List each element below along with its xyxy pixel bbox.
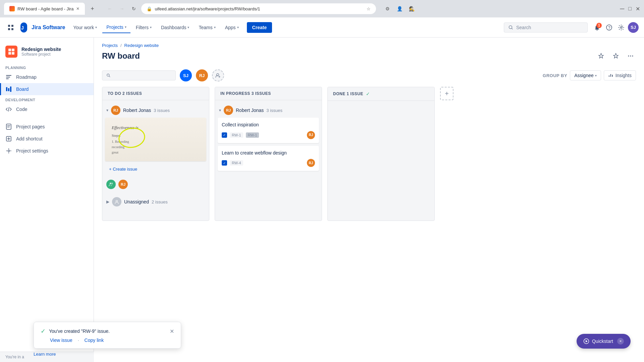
filters-chevron: ▾ xyxy=(150,25,152,29)
card-2-id: RW-4 xyxy=(230,160,243,166)
svg-rect-16 xyxy=(10,86,11,92)
insights-button[interactable]: Insights xyxy=(604,70,636,80)
sidebar-item-roadmap[interactable]: Roadmap xyxy=(0,71,94,83)
address-bar[interactable]: 🔒 uifeed.atlassian.net/jira/software/pro… xyxy=(141,3,376,14)
toast-header: ✓ You've created "RW-9" issue. ✕ xyxy=(41,327,174,335)
filters-nav[interactable]: Filters ▾ xyxy=(132,22,156,33)
unassigned-chevron: ▶ xyxy=(106,199,109,204)
settings-button[interactable] xyxy=(616,22,627,33)
sidebar: Redesign website Software project PLANNI… xyxy=(0,38,94,362)
browser-chrome: RW board - Agile board - Jira ✕ + ← → ↻ … xyxy=(0,0,644,17)
projects-nav[interactable]: Projects ▾ xyxy=(102,22,130,33)
apps-grid-icon[interactable] xyxy=(5,22,16,33)
new-tab-button[interactable]: + xyxy=(88,4,97,13)
teams-nav[interactable]: Teams ▾ xyxy=(195,22,219,33)
create-issue-link[interactable]: + Create issue xyxy=(105,164,206,174)
in-progress-card-2[interactable]: Learn to create webflow design ✓ RW-4 RJ xyxy=(218,146,319,171)
card-2-meta: ✓ RW-4 xyxy=(222,160,243,166)
filter-avatar-rj[interactable]: RJ xyxy=(196,69,208,81)
todo-card-1[interactable]: Effectiveness is Steps: 1. Recordingreco… xyxy=(105,118,206,161)
user-profile-icon[interactable]: 👤 xyxy=(395,4,404,13)
board-icon xyxy=(5,86,12,93)
copy-link-button[interactable]: Copy link xyxy=(85,338,104,343)
sidebar-item-project-pages[interactable]: Project pages xyxy=(0,121,94,133)
board-search[interactable] xyxy=(102,70,176,80)
url-text: uifeed.atlassian.net/jira/software/proje… xyxy=(155,6,260,11)
search-icon xyxy=(508,25,514,30)
dashboards-chevron: ▾ xyxy=(187,25,189,29)
pin-icon[interactable] xyxy=(596,51,606,61)
unassigned-avatar xyxy=(112,197,121,206)
maximize-button[interactable]: □ xyxy=(628,6,632,12)
filter-avatar-sj[interactable]: SJ xyxy=(180,69,192,81)
svg-point-26 xyxy=(111,183,113,184)
board-search-input[interactable] xyxy=(113,73,171,78)
quickstart-icon xyxy=(583,338,589,344)
tab-favicon xyxy=(9,6,15,11)
top-navigation: J Jira Software Your work ▾ Projects ▾ F… xyxy=(0,17,644,38)
sidebar-item-add-shortcut[interactable]: Add shortcut xyxy=(0,133,94,145)
notifications-button[interactable]: 1 xyxy=(592,22,602,33)
group-by-section: GROUP BY Assignee ▾ Insights xyxy=(543,70,636,80)
icon-group-header: RJ xyxy=(105,177,206,192)
toast-close-button[interactable]: ✕ xyxy=(170,328,174,335)
sidebar-item-board[interactable]: Board xyxy=(0,83,94,95)
bookmark-icon[interactable]: ☆ xyxy=(367,6,371,11)
sidebar-item-project-settings[interactable]: Project settings xyxy=(0,145,94,157)
chevron-down-icon: ▾ xyxy=(106,108,108,113)
group-by-dropdown[interactable]: Assignee ▾ xyxy=(570,70,601,80)
user-avatar[interactable]: SJ xyxy=(628,22,639,33)
star-icon[interactable] xyxy=(610,51,621,61)
add-assignee-filter-button[interactable] xyxy=(212,69,224,81)
group-by-label: GROUP BY xyxy=(543,73,567,78)
main-content: Projects / Redesign website RW board xyxy=(94,38,644,362)
refresh-button[interactable]: ↻ xyxy=(129,4,139,13)
add-column-button[interactable]: + xyxy=(440,87,453,100)
svg-rect-13 xyxy=(12,52,14,55)
svg-rect-14 xyxy=(6,87,7,91)
project-pages-icon xyxy=(5,123,12,130)
card-2-footer: ✓ RW-4 RJ xyxy=(222,159,315,167)
sidebar-item-code[interactable]: Code xyxy=(0,103,94,115)
done-column-body xyxy=(328,101,434,221)
assignee-group-header[interactable]: ▾ RJ Robert Jonas 3 issues xyxy=(105,103,206,118)
forward-button[interactable]: → xyxy=(117,4,126,13)
close-button[interactable]: ✕ xyxy=(636,6,640,12)
browser-tab[interactable]: RW board - Agile board - Jira ✕ xyxy=(4,3,85,15)
view-issue-link[interactable]: View issue xyxy=(50,338,72,343)
breadcrumb-projects[interactable]: Projects xyxy=(102,43,118,48)
svg-rect-2 xyxy=(8,28,10,30)
in-progress-column-title: IN PROGRESS 3 ISSUES xyxy=(220,91,271,96)
help-button[interactable]: ? xyxy=(604,22,614,33)
dashboards-nav[interactable]: Dashboards ▾ xyxy=(157,22,194,33)
extensions-icon[interactable]: ⚙ xyxy=(383,4,392,13)
card-1-id: RW-1 xyxy=(230,132,243,138)
minimize-button[interactable]: ─ xyxy=(620,5,625,12)
apps-nav[interactable]: Apps ▾ xyxy=(221,22,243,33)
toast-notification: ✓ You've created "RW-9" issue. ✕ View is… xyxy=(34,322,181,349)
tab-close-icon[interactable]: ✕ xyxy=(76,6,79,11)
in-progress-column-header: IN PROGRESS 3 ISSUES xyxy=(215,87,322,100)
your-work-nav[interactable]: Your work ▾ xyxy=(69,22,101,33)
learn-more-link[interactable]: Learn more xyxy=(34,352,56,357)
card-collect-inspiration-title: Collect inspiration xyxy=(222,122,315,128)
page-header: RW board xyxy=(94,48,644,67)
assignee-avatar-rj: RJ xyxy=(111,106,120,115)
done-column-title: DONE 1 ISSUE xyxy=(333,92,363,96)
incognito-icon[interactable]: 🕵 xyxy=(407,4,416,13)
assignee-group-rj: ▾ RJ Robert Jonas 3 issues Effectiven xyxy=(105,103,206,174)
in-progress-card-1[interactable]: Collect inspiration ✓ RW-1 RW-1 RJ xyxy=(218,118,319,143)
search-bar[interactable]: Search xyxy=(504,22,588,33)
quickstart-button[interactable]: Quickstart × xyxy=(577,334,631,349)
in-progress-group-header[interactable]: ▾ RJ Robert Jonas 3 issues xyxy=(218,103,319,118)
back-button[interactable]: ← xyxy=(105,4,114,13)
quickstart-close-button[interactable]: × xyxy=(617,338,624,345)
create-button[interactable]: Create xyxy=(247,22,272,33)
sidebar-project[interactable]: Redesign website Software project xyxy=(0,43,94,63)
more-options-icon[interactable] xyxy=(625,51,636,61)
board-container: TO DO 2 ISSUES ▾ RJ Robert Jonas 3 issue… xyxy=(94,87,644,221)
breadcrumb-project-name[interactable]: Redesign website xyxy=(124,43,159,48)
unassigned-group[interactable]: ▶ Unassigned 2 issues xyxy=(105,194,206,209)
jira-logo[interactable]: J Jira Software xyxy=(19,22,65,33)
svg-rect-15 xyxy=(8,88,9,91)
